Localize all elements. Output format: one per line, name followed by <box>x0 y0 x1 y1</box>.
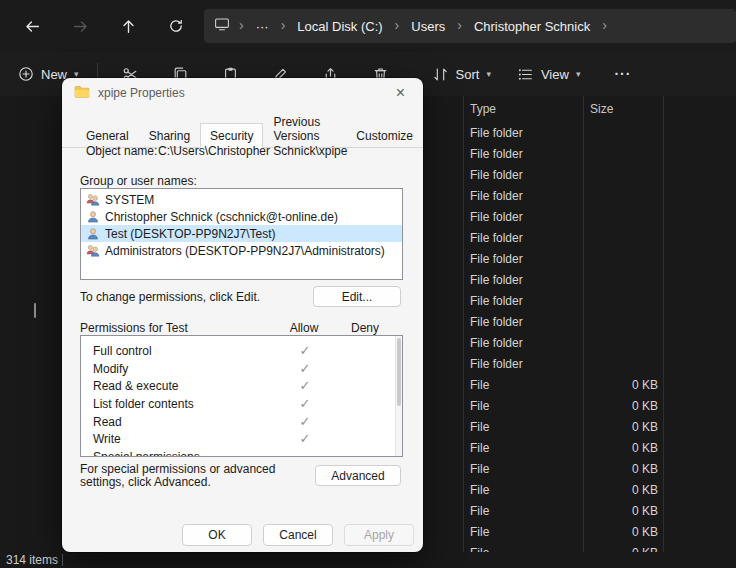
breadcrumb-item[interactable]: Users <box>408 17 448 36</box>
view-button-label: View <box>541 67 569 82</box>
dialog-tab[interactable]: Customize <box>346 125 423 148</box>
status-bar: 314 items <box>0 552 736 568</box>
file-type-cell: File folder <box>470 273 523 287</box>
breadcrumb-item[interactable]: ··· <box>253 17 272 36</box>
deny-header: Deny <box>341 321 389 335</box>
view-list-icon <box>517 66 534 83</box>
permission-name: List folder contents <box>93 397 194 411</box>
file-type-cell: File folder <box>470 168 523 182</box>
forward-button[interactable] <box>64 10 96 42</box>
breadcrumb-item[interactable]: Local Disk (C:) <box>294 17 385 36</box>
user-icon <box>85 210 100 224</box>
permissions-for-label: Permissions for Test <box>80 321 188 335</box>
permission-row[interactable]: Read & execute ✓ <box>81 377 402 395</box>
permission-row[interactable]: Read ✓ <box>81 413 402 431</box>
chevron-down-icon: ▾ <box>486 70 491 79</box>
pane-scrollbar-thumb[interactable] <box>34 303 36 318</box>
refresh-icon <box>168 18 184 34</box>
folder-icon <box>74 85 90 102</box>
file-size-cell: 0 KB <box>588 462 658 476</box>
group-user-label: Group or user names: <box>80 174 197 188</box>
close-icon[interactable]: × <box>390 83 411 103</box>
file-type-cell: File <box>470 462 489 476</box>
back-button[interactable] <box>16 10 48 42</box>
allow-check-icon: ✓ <box>281 396 329 411</box>
file-type-cell: File folder <box>470 147 523 161</box>
allow-check-icon: ✓ <box>281 431 329 446</box>
permission-row[interactable]: List folder contents ✓ <box>81 395 402 413</box>
items-count: 314 items <box>6 553 58 567</box>
permissions-list[interactable]: Full control ✓ Modify ✓ Read & execute ✓ <box>80 335 403 457</box>
permission-name: Read <box>93 415 122 429</box>
allow-check-icon: ✓ <box>281 414 329 429</box>
file-size-cell: 0 KB <box>588 525 658 539</box>
permissions-scrollbar[interactable] <box>395 336 402 456</box>
column-header-size[interactable]: Size <box>590 102 613 116</box>
file-size-cell: 0 KB <box>588 420 658 434</box>
properties-dialog: xpipe Properties × General Sharing Secur… <box>62 78 423 552</box>
object-name-label: Object name: <box>86 144 157 158</box>
dialog-tab[interactable]: Previous Versions <box>263 111 346 148</box>
user-row[interactable]: Administrators (DESKTOP-PP9N2J7\Administ… <box>81 242 402 259</box>
user-name: Test (DESKTOP-PP9N2J7\Test) <box>105 227 276 241</box>
breadcrumb-item[interactable]: Christopher Schnick <box>471 17 593 36</box>
view-button[interactable]: View ▾ <box>517 66 580 83</box>
permission-row[interactable]: Write ✓ <box>81 430 402 448</box>
file-type-cell: File <box>470 504 489 518</box>
file-type-cell: File <box>470 399 489 413</box>
user-row[interactable]: Christopher Schnick (cschnick@t-online.d… <box>81 208 402 225</box>
file-type-cell: File <box>470 378 489 392</box>
user-name: Administrators (DESKTOP-PP9N2J7\Administ… <box>105 244 385 258</box>
more-options-button[interactable]: ··· <box>614 66 631 82</box>
forward-arrow-icon <box>72 18 89 35</box>
explorer-window: › ··· › Local Disk (C:) › Users › Christ… <box>0 0 736 568</box>
allow-check-icon: ✓ <box>281 343 329 358</box>
file-type-cell: File <box>470 525 489 539</box>
allow-check-icon: ✓ <box>281 378 329 393</box>
breadcrumb-chevron-icon: › <box>602 18 607 34</box>
refresh-button[interactable] <box>160 10 192 42</box>
user-name: Christopher Schnick (cschnick@t-online.d… <box>105 210 338 224</box>
status-divider <box>62 554 63 566</box>
user-icon <box>85 244 100 258</box>
advanced-hint: For special permissions or advanced sett… <box>80 463 320 489</box>
cancel-button[interactable]: Cancel <box>263 524 333 546</box>
monitor-icon <box>214 16 230 36</box>
group-user-list[interactable]: SYSTEM Christopher Schnick (cschnick@t-o… <box>80 188 403 280</box>
breadcrumb-chevron-icon: › <box>457 18 462 34</box>
permission-row[interactable]: Modify ✓ <box>81 360 402 378</box>
column-header-type[interactable]: Type <box>470 102 496 116</box>
user-row[interactable]: Test (DESKTOP-PP9N2J7\Test) <box>81 225 402 242</box>
file-size-cell: 0 KB <box>588 483 658 497</box>
permission-row[interactable]: Special permissions <box>81 448 402 457</box>
breadcrumb-chevron-icon: › <box>395 18 400 34</box>
permission-row[interactable]: Full control ✓ <box>81 342 402 360</box>
allow-check-icon: ✓ <box>281 361 329 376</box>
apply-button[interactable]: Apply <box>344 524 414 546</box>
user-icon <box>85 193 100 207</box>
file-size-cell: 0 KB <box>588 399 658 413</box>
file-type-cell: File folder <box>470 357 523 371</box>
scrollbar-thumb[interactable] <box>397 338 401 406</box>
up-button[interactable] <box>112 10 144 42</box>
file-type-cell: File folder <box>470 336 523 350</box>
file-type-cell: File folder <box>470 231 523 245</box>
dialog-titlebar[interactable]: xpipe Properties × <box>62 78 423 108</box>
navigation-bar: › ··· › Local Disk (C:) › Users › Christ… <box>0 0 736 52</box>
sort-button[interactable]: Sort ▾ <box>432 66 491 83</box>
dialog-title: xpipe Properties <box>98 86 185 100</box>
ok-button[interactable]: OK <box>182 524 252 546</box>
user-icon <box>85 227 100 241</box>
file-type-cell: File <box>470 420 489 434</box>
permission-name: Modify <box>93 362 128 376</box>
file-type-cell: File folder <box>470 252 523 266</box>
file-size-cell: 0 KB <box>588 378 658 392</box>
object-name-value: C:\Users\Christopher Schnick\xpipe <box>158 144 347 158</box>
address-bar[interactable]: › ··· › Local Disk (C:) › Users › Christ… <box>204 9 736 43</box>
file-size-cell: 0 KB <box>588 441 658 455</box>
sort-icon <box>432 66 449 83</box>
breadcrumb-chevron-icon: › <box>281 18 286 34</box>
advanced-button[interactable]: Advanced <box>315 465 401 486</box>
user-row[interactable]: SYSTEM <box>81 191 402 208</box>
edit-button[interactable]: Edit... <box>313 286 401 307</box>
